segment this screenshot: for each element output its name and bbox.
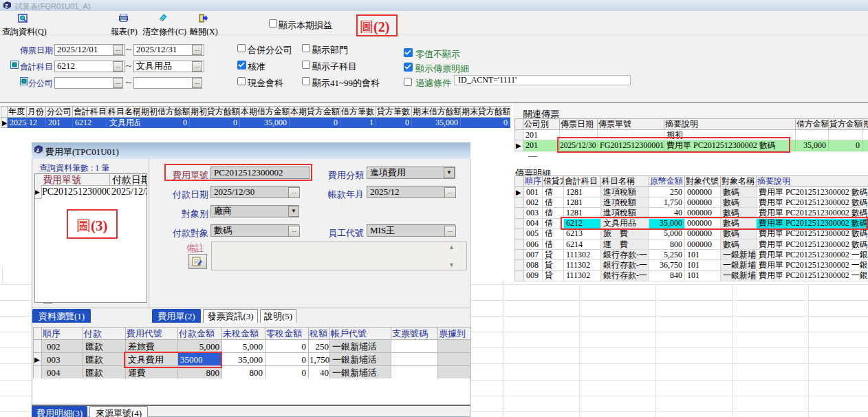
svg-text:z: z [36,146,39,153]
svg-text:z: z [5,2,8,9]
